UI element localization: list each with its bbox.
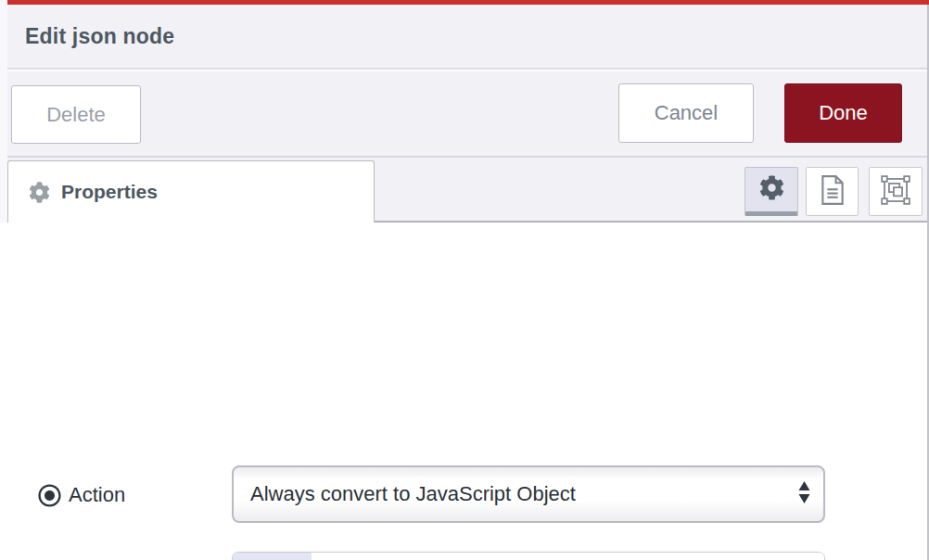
delete-button[interactable]: Delete bbox=[11, 85, 141, 144]
tab-properties[interactable]: Properties bbox=[7, 160, 375, 223]
dialog-title: Edit json node bbox=[25, 24, 174, 49]
msg-prefix-button[interactable]: msg. bbox=[233, 553, 312, 560]
action-field-label: Action bbox=[37, 467, 125, 523]
properties-tab-button[interactable] bbox=[744, 167, 798, 216]
select-arrows-icon bbox=[798, 480, 810, 508]
action-select-value: Always convert to JavaScript Object bbox=[250, 482, 576, 506]
action-label: Action bbox=[69, 483, 125, 507]
property-field-label: Property bbox=[37, 553, 146, 560]
action-select[interactable]: Always convert to JavaScript Object bbox=[232, 465, 825, 523]
dot-circle-icon bbox=[37, 483, 62, 508]
done-button[interactable]: Done bbox=[784, 83, 902, 143]
properties-panel: Action Always convert to JavaScript Obje… bbox=[0, 223, 927, 560]
tab-bar: Properties bbox=[7, 158, 929, 223]
dialog-header: Edit json node bbox=[7, 5, 929, 70]
tab-properties-label: Properties bbox=[61, 181, 158, 203]
cancel-button[interactable]: Cancel bbox=[618, 83, 754, 143]
edit-node-dialog: Edit json node Delete Cancel Done Proper… bbox=[0, 0, 929, 560]
dialog-toolbar: Delete Cancel Done bbox=[7, 71, 929, 158]
description-tab-button[interactable] bbox=[806, 167, 859, 216]
appearance-tab-button[interactable] bbox=[869, 167, 923, 216]
gear-icon bbox=[759, 175, 784, 204]
property-typed-input: msg. bbox=[232, 552, 825, 560]
property-input[interactable] bbox=[312, 553, 824, 560]
document-icon bbox=[819, 174, 846, 210]
gear-icon bbox=[29, 182, 50, 203]
appearance-icon bbox=[880, 174, 911, 210]
